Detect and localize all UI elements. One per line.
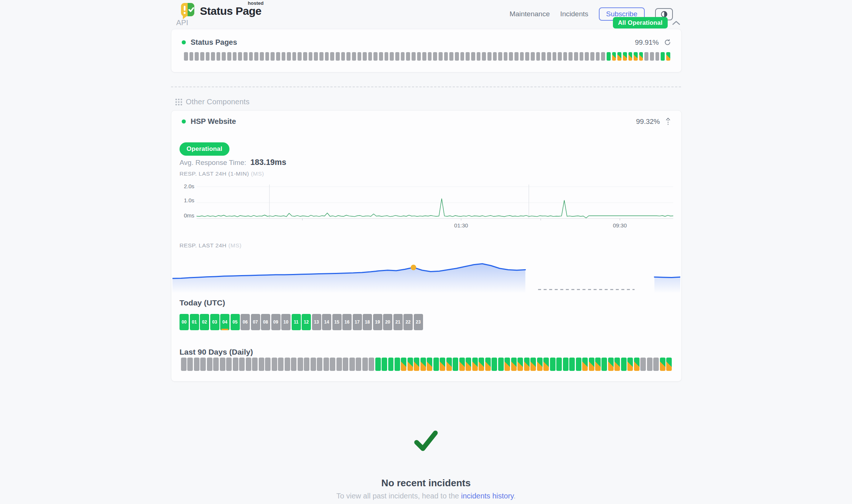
uptime-bar[interactable] xyxy=(607,52,611,61)
day-bar[interactable] xyxy=(336,358,342,371)
uptime-bar[interactable] xyxy=(541,52,546,61)
day-bar[interactable] xyxy=(433,358,439,371)
uptime-bar[interactable] xyxy=(563,52,567,61)
day-bar[interactable] xyxy=(640,358,646,371)
uptime-bar[interactable] xyxy=(254,52,258,61)
uptime-bar[interactable] xyxy=(401,52,405,61)
uptime-bar[interactable] xyxy=(493,52,497,61)
uptime-bar[interactable] xyxy=(471,52,475,61)
day-bar[interactable] xyxy=(601,358,607,371)
uptime-bar[interactable] xyxy=(449,52,453,61)
day-bar[interactable] xyxy=(259,358,264,371)
hour-block[interactable]: 22 xyxy=(403,314,413,330)
uptime-bar[interactable] xyxy=(271,52,275,61)
uptime-bar[interactable] xyxy=(249,52,253,61)
uptime-bar[interactable] xyxy=(433,52,437,61)
uptime-bar[interactable] xyxy=(238,52,242,61)
hsp-website-row[interactable]: HSP Website 99.32% xyxy=(182,117,671,126)
day-bar[interactable] xyxy=(311,358,316,371)
day-bar[interactable] xyxy=(407,358,413,371)
response-24h-area-chart[interactable] xyxy=(172,255,680,295)
day-bar[interactable] xyxy=(246,358,251,371)
day-bar[interactable] xyxy=(427,358,432,371)
uptime-bar[interactable] xyxy=(227,52,231,61)
uptime-bar[interactable] xyxy=(233,52,237,61)
uptime-bar[interactable] xyxy=(666,52,670,61)
uptime-bar[interactable] xyxy=(639,52,643,61)
uptime-bar[interactable] xyxy=(596,52,600,61)
day-bar[interactable] xyxy=(187,358,193,371)
day-bar[interactable] xyxy=(207,358,212,371)
uptime-bar[interactable] xyxy=(628,52,633,61)
hour-block[interactable]: 10 xyxy=(281,314,291,330)
day-bar[interactable] xyxy=(369,358,374,371)
day-bar[interactable] xyxy=(349,358,355,371)
uptime-bar[interactable] xyxy=(520,52,524,61)
hour-block[interactable]: 16 xyxy=(342,314,352,330)
uptime-bar[interactable] xyxy=(287,52,291,61)
day-bar[interactable] xyxy=(265,358,271,371)
day-bar[interactable] xyxy=(382,358,387,371)
day-bar[interactable] xyxy=(459,358,465,371)
day-bar[interactable] xyxy=(226,358,232,371)
uptime-bar[interactable] xyxy=(189,52,194,61)
day-bar[interactable] xyxy=(511,358,517,371)
uptime-bar[interactable] xyxy=(455,52,459,61)
uptime-bar[interactable] xyxy=(200,52,204,61)
uptime-bar[interactable] xyxy=(558,52,562,61)
day-bar[interactable] xyxy=(440,358,445,371)
day-bar[interactable] xyxy=(666,358,672,371)
hour-block[interactable]: 15 xyxy=(332,314,342,330)
day-bar[interactable] xyxy=(239,358,245,371)
uptime-bar[interactable] xyxy=(531,52,535,61)
hour-block[interactable]: 05 xyxy=(231,314,240,330)
day-bar[interactable] xyxy=(194,358,199,371)
day-bar[interactable] xyxy=(627,358,633,371)
day-bar[interactable] xyxy=(563,358,568,371)
hour-block[interactable]: 18 xyxy=(363,314,372,330)
uptime-bar[interactable] xyxy=(585,52,589,61)
hour-block[interactable]: 07 xyxy=(251,314,260,330)
day-bar[interactable] xyxy=(343,358,348,371)
uptime-bar[interactable] xyxy=(574,52,578,61)
uptime-bar[interactable] xyxy=(325,52,329,61)
day-bar[interactable] xyxy=(647,358,653,371)
uptime-bar[interactable] xyxy=(363,52,367,61)
hour-block[interactable]: 11 xyxy=(292,314,301,330)
hour-block[interactable]: 20 xyxy=(383,314,392,330)
uptime-bar[interactable] xyxy=(487,52,492,61)
refresh-icon[interactable] xyxy=(664,39,671,46)
day-bar[interactable] xyxy=(213,358,219,371)
day-bar[interactable] xyxy=(498,358,504,371)
hour-block[interactable]: 13 xyxy=(312,314,321,330)
uptime-bar[interactable] xyxy=(498,52,502,61)
uptime-bar[interactable] xyxy=(590,52,594,61)
hour-block[interactable]: 14 xyxy=(322,314,331,330)
uptime-bar[interactable] xyxy=(504,52,508,61)
uptime-bar[interactable] xyxy=(379,52,383,61)
day-bar[interactable] xyxy=(200,358,206,371)
uptime-bar[interactable] xyxy=(211,52,215,61)
uptime-bar[interactable] xyxy=(417,52,421,61)
uptime-bar[interactable] xyxy=(406,52,410,61)
collapse-arrow-icon[interactable] xyxy=(665,117,671,126)
uptime-bar[interactable] xyxy=(319,52,323,61)
uptime-bar[interactable] xyxy=(298,52,302,61)
uptime-bar[interactable] xyxy=(617,52,621,61)
day-bar[interactable] xyxy=(401,358,406,371)
uptime-bar[interactable] xyxy=(184,52,188,61)
uptime-bar[interactable] xyxy=(368,52,372,61)
hour-block[interactable]: 06 xyxy=(241,314,250,330)
hour-block[interactable]: 23 xyxy=(414,314,423,330)
incidents-history-link[interactable]: incidents history xyxy=(461,492,514,500)
uptime-bar[interactable] xyxy=(373,52,378,61)
uptime-bar[interactable] xyxy=(439,52,443,61)
day-bar[interactable] xyxy=(304,358,309,371)
uptime-bar[interactable] xyxy=(336,52,340,61)
day-bar[interactable] xyxy=(634,358,640,371)
day-bar[interactable] xyxy=(375,358,381,371)
day-bar[interactable] xyxy=(614,358,620,371)
day-bar[interactable] xyxy=(582,358,588,371)
status-pages-row[interactable]: Status Pages 99.91% xyxy=(182,38,671,47)
day-bar[interactable] xyxy=(524,358,530,371)
